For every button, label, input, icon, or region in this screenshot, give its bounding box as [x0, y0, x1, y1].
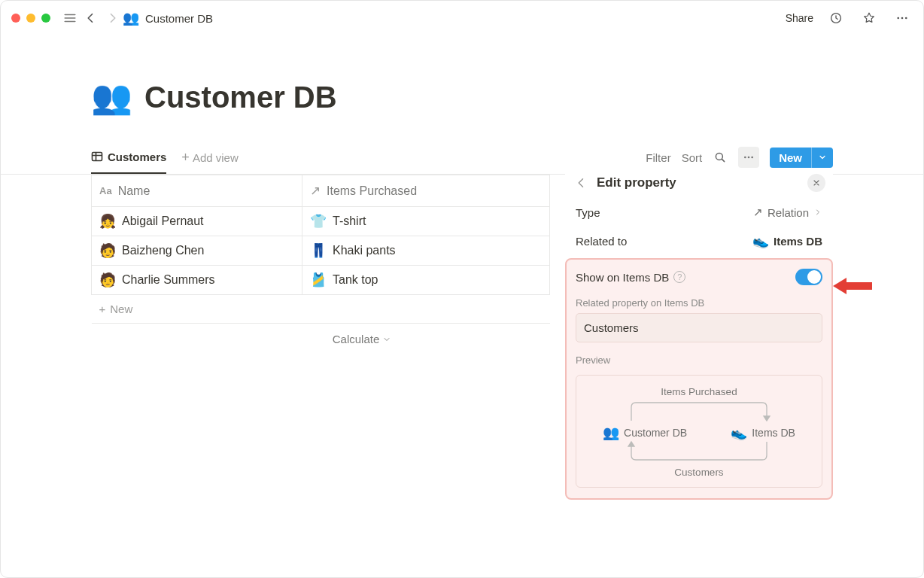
nav-forward-button[interactable]: [102, 8, 123, 29]
window-controls: [11, 14, 50, 23]
sort-button[interactable]: Sort: [682, 151, 703, 164]
item-icon: 👕: [310, 214, 327, 228]
database-icon: 👟: [752, 234, 769, 248]
table-view-icon: [91, 151, 103, 163]
history-icon[interactable]: [825, 8, 846, 29]
panel-close-button[interactable]: [807, 174, 825, 192]
database-table: Aa Name ↗ Items Purchased: [91, 175, 550, 324]
svg-point-2: [901, 17, 904, 20]
svg-point-8: [751, 157, 753, 159]
calculate-button[interactable]: Calculate: [91, 324, 543, 345]
flow-arrow-bottom: [616, 440, 782, 463]
chevron-right-icon: [813, 208, 822, 217]
callout-arrow-icon: [833, 276, 872, 296]
search-icon[interactable]: [713, 151, 728, 164]
app-window: { "breadcrumb": { "icon": "👥", "title": …: [0, 0, 924, 578]
help-icon[interactable]: ?: [673, 271, 685, 283]
table-row[interactable]: 🧑Charlie Summers 🎽Tank top: [92, 266, 550, 295]
column-header-items-purchased[interactable]: ↗ Items Purchased: [302, 175, 550, 207]
panel-back-button[interactable]: [573, 174, 591, 192]
new-button[interactable]: New: [770, 148, 833, 168]
chevron-down-icon: [382, 335, 391, 344]
tab-label: Customers: [108, 151, 166, 163]
minimize-window-icon[interactable]: [26, 14, 35, 23]
property-type-row[interactable]: Type ↗ Relation: [565, 198, 833, 227]
page-title-text[interactable]: Customer DB: [144, 82, 337, 112]
svg-point-5: [716, 153, 723, 160]
topbar: 👥 Customer DB Share: [1, 1, 923, 35]
table-row[interactable]: 👧Abigail Pernaut 👕T-shirt: [92, 207, 550, 236]
panel-title: Edit property: [597, 175, 676, 190]
avatar-icon: 🧑: [99, 244, 116, 257]
related-property-input[interactable]: Customers: [576, 313, 822, 342]
close-window-icon[interactable]: [11, 14, 20, 23]
relation-prop-icon: ↗: [310, 183, 321, 199]
fullscreen-window-icon[interactable]: [41, 14, 50, 23]
related-property-heading: Related property on Items DB: [576, 297, 822, 309]
view-actions: Filter Sort New: [646, 147, 833, 168]
item-icon: 🎽: [310, 273, 327, 287]
avatar-icon: 🧑: [99, 273, 116, 287]
show-on-highlight-box: Show on Items DB ? Related property on I…: [565, 258, 833, 500]
table-row[interactable]: 🧑Baizheng Chen 👖Khaki pants: [92, 236, 550, 266]
flow-arrow-top: [616, 400, 782, 422]
add-view-button[interactable]: + Add view: [181, 151, 238, 164]
breadcrumb-icon: 👥: [123, 11, 139, 25]
svg-point-6: [744, 157, 746, 159]
chevron-down-icon[interactable]: [811, 148, 833, 168]
menu-icon[interactable]: [59, 8, 81, 29]
svg-point-1: [897, 17, 899, 20]
preview-bottom-label: Customers: [581, 467, 817, 478]
new-row-button[interactable]: +New: [92, 295, 550, 324]
preview-heading: Preview: [576, 354, 822, 366]
relation-prop-icon: ↗: [753, 205, 763, 219]
page-title: 👥 Customer DB: [91, 81, 833, 114]
avatar-icon: 👧: [99, 214, 116, 228]
column-header-name[interactable]: Aa Name: [92, 175, 302, 207]
edit-property-panel: Edit property Type ↗ Relation Related to…: [565, 168, 833, 500]
svg-rect-4: [93, 153, 102, 161]
preview-right-node: 👟Items DB: [731, 426, 795, 440]
preview-top-label: Items Purchased: [581, 386, 817, 397]
page-icon[interactable]: 👥: [91, 81, 132, 114]
item-icon: 👖: [310, 244, 327, 257]
breadcrumb-title: Customer DB: [145, 12, 213, 25]
breadcrumb[interactable]: 👥 Customer DB: [123, 11, 213, 25]
text-prop-icon: Aa: [99, 185, 112, 196]
svg-point-7: [748, 157, 750, 159]
tab-customers[interactable]: Customers: [91, 141, 166, 174]
show-on-label: Show on Items DB: [576, 271, 669, 284]
nav-back-button[interactable]: [81, 8, 102, 29]
more-icon[interactable]: [892, 8, 913, 29]
share-button[interactable]: Share: [786, 12, 813, 24]
view-more-button[interactable]: [738, 147, 759, 168]
preview-left-node: 👥Customer DB: [603, 426, 687, 440]
filter-button[interactable]: Filter: [646, 151, 670, 164]
favorite-icon[interactable]: [859, 8, 880, 29]
relation-preview: Items Purchased 👥Customer DB 👟Items DB C…: [576, 375, 822, 488]
related-to-row[interactable]: Related to 👟 Items DB: [565, 227, 833, 255]
show-on-toggle[interactable]: [795, 269, 822, 285]
svg-point-3: [905, 17, 907, 20]
